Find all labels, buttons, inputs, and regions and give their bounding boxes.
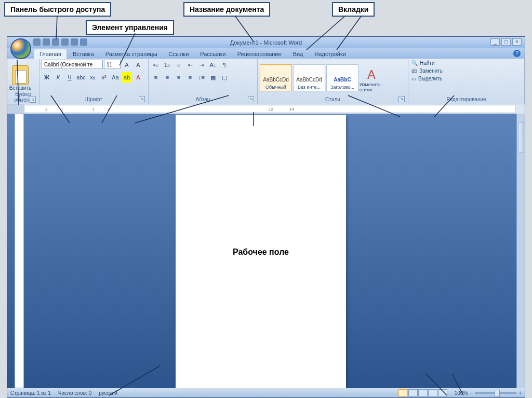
- tab-view[interactable]: Вид: [288, 49, 309, 59]
- indent-increase-button[interactable]: ⇥: [196, 60, 207, 70]
- group-paragraph: •≡ 1≡ ≡ ⇤ ⇥ A↓ ¶ ≡ ≡ ≡ ≡ ↕≡ ▦ ▢: [149, 59, 258, 104]
- dialog-launcher-paragraph[interactable]: ↘: [248, 96, 254, 102]
- strike-button[interactable]: abc: [76, 72, 86, 83]
- find-button[interactable]: 🔍Найти: [410, 60, 436, 66]
- dialog-launcher-font[interactable]: ↘: [139, 96, 145, 102]
- label-control-element: Элемент управления: [86, 20, 174, 35]
- label-doc-title: Название документа: [183, 2, 270, 17]
- change-case-button[interactable]: Aa: [110, 72, 121, 83]
- status-page[interactable]: Страница: 1 из 1: [10, 390, 51, 396]
- office-button[interactable]: [10, 38, 31, 59]
- align-right-button[interactable]: ≡: [174, 72, 184, 83]
- zoom-out-button[interactable]: −: [470, 390, 473, 396]
- tab-addins[interactable]: Надстройки: [310, 49, 351, 59]
- zoom-control: 100% − +: [455, 390, 522, 396]
- title-bar: Документ1 - Microsoft Word _ □ ×: [7, 37, 525, 48]
- group-label-font: Шрифт ↘: [42, 96, 146, 103]
- view-draft[interactable]: [438, 389, 447, 396]
- replace-icon: ab: [411, 68, 417, 74]
- work-area-text: Рабочее поле: [233, 248, 289, 257]
- tab-home[interactable]: Главная: [34, 49, 66, 59]
- ribbon: Вставить Буфер обмена ↘ Calibri (Основно…: [7, 59, 525, 104]
- bold-button[interactable]: Ж: [42, 72, 52, 83]
- justify-button[interactable]: ≡: [185, 72, 195, 83]
- group-label-paragraph: Абзац ↘: [151, 96, 255, 103]
- replace-button[interactable]: abЗаменить: [410, 67, 444, 74]
- tab-review[interactable]: Рецензирование: [232, 49, 287, 59]
- select-icon: ▭: [411, 76, 416, 81]
- horizontal-ruler[interactable]: 21 12 1214: [24, 105, 515, 113]
- group-editing: 🔍Найти abЗаменить ▭Выделить Редактирован…: [408, 59, 525, 104]
- underline-button[interactable]: Ч: [64, 72, 75, 83]
- paste-label: Вставить: [9, 85, 31, 91]
- superscript-button[interactable]: x²: [99, 72, 109, 83]
- indent-decrease-button[interactable]: ⇤: [185, 60, 195, 70]
- document-title: Документ1 - Microsoft Word: [7, 39, 525, 46]
- document-page[interactable]: Рабочее поле: [176, 115, 346, 388]
- bullets-button[interactable]: •≡: [151, 60, 161, 70]
- scrollbar-thumb[interactable]: [518, 122, 524, 153]
- group-styles: AaBbCcDd Обычный AaBbCcDd Без инте... Aa…: [258, 59, 408, 104]
- group-label-editing: Редактирование: [410, 96, 522, 103]
- status-lang[interactable]: русский: [99, 390, 117, 396]
- italic-button[interactable]: К: [53, 72, 63, 83]
- group-label-styles: Стили ↘: [260, 96, 406, 103]
- view-modes: [398, 389, 447, 396]
- minimize-button[interactable]: _: [490, 38, 500, 46]
- zoom-in-button[interactable]: +: [518, 390, 522, 396]
- tab-layout[interactable]: Разметка страницы: [100, 49, 163, 59]
- shrink-font-icon[interactable]: A: [133, 60, 143, 70]
- help-icon[interactable]: ?: [513, 50, 521, 57]
- zoom-value[interactable]: 100%: [455, 390, 468, 396]
- workspace: Рабочее поле: [7, 114, 525, 388]
- paste-icon: [12, 65, 29, 85]
- tab-references[interactable]: Ссылки: [164, 49, 194, 59]
- label-tabs: Вкладки: [332, 2, 375, 17]
- zoom-slider[interactable]: [475, 392, 516, 394]
- style-no-spacing[interactable]: AaBbCcDd Без инте...: [293, 64, 325, 91]
- group-font: Calibri (Основной те 11 A A Ж К Ч abc x₂…: [39, 59, 149, 104]
- font-name-select[interactable]: Calibri (Основной те: [42, 60, 103, 69]
- ruler-area: 21 12 1214: [7, 104, 525, 114]
- change-styles-button[interactable]: A Изменить стили: [360, 63, 383, 92]
- highlight-button[interactable]: ab: [122, 72, 132, 83]
- sort-button[interactable]: A↓: [208, 60, 218, 70]
- select-button[interactable]: ▭Выделить: [410, 75, 443, 82]
- subscript-button[interactable]: x₂: [87, 72, 98, 83]
- view-print-layout[interactable]: [398, 389, 408, 396]
- style-heading[interactable]: AaBbC Заголово...: [326, 64, 358, 91]
- view-full-screen[interactable]: [408, 389, 418, 396]
- line-spacing-button[interactable]: ↕≡: [196, 72, 207, 83]
- dialog-launcher-styles[interactable]: ↘: [398, 96, 405, 102]
- align-center-button[interactable]: ≡: [162, 72, 172, 83]
- vertical-scrollbar[interactable]: [516, 114, 525, 388]
- label-quick-access: Панель быстрого доступа: [4, 2, 111, 17]
- status-words[interactable]: Число слов: 0: [58, 390, 91, 396]
- word-window: Документ1 - Microsoft Word _ □ × Главная…: [7, 36, 525, 398]
- font-size-select[interactable]: 11: [104, 60, 121, 69]
- page-area: Рабочее поле: [24, 114, 525, 388]
- style-normal[interactable]: AaBbCcDd Обычный: [260, 64, 292, 91]
- dialog-launcher-clipboard[interactable]: ↘: [30, 97, 36, 103]
- status-bar: Страница: 1 из 1 Число слов: 0 русский 1…: [7, 388, 525, 397]
- numbering-button[interactable]: 1≡: [162, 60, 172, 70]
- view-web[interactable]: [418, 389, 428, 396]
- group-clipboard: Вставить Буфер обмена ↘: [7, 59, 39, 104]
- shading-button[interactable]: ▦: [208, 72, 218, 83]
- view-outline[interactable]: [428, 389, 437, 396]
- paste-button[interactable]: Вставить: [9, 60, 31, 91]
- multilevel-button[interactable]: ≡: [174, 60, 184, 70]
- align-left-button[interactable]: ≡: [151, 72, 161, 83]
- grow-font-icon[interactable]: A: [122, 60, 132, 70]
- close-button[interactable]: ×: [512, 38, 522, 46]
- vertical-ruler[interactable]: [15, 114, 24, 388]
- tab-mailings[interactable]: Рассылки: [195, 49, 231, 59]
- show-marks-button[interactable]: ¶: [219, 60, 230, 70]
- find-icon: 🔍: [411, 60, 418, 66]
- borders-button[interactable]: ▢: [219, 72, 230, 83]
- ribbon-tabs: Главная Вставка Разметка страницы Ссылки…: [7, 48, 525, 59]
- group-label-clipboard: Буфер обмена ↘: [9, 91, 37, 103]
- font-color-button[interactable]: A: [133, 72, 143, 83]
- tab-insert[interactable]: Вставка: [68, 49, 99, 59]
- maximize-button[interactable]: □: [501, 38, 511, 46]
